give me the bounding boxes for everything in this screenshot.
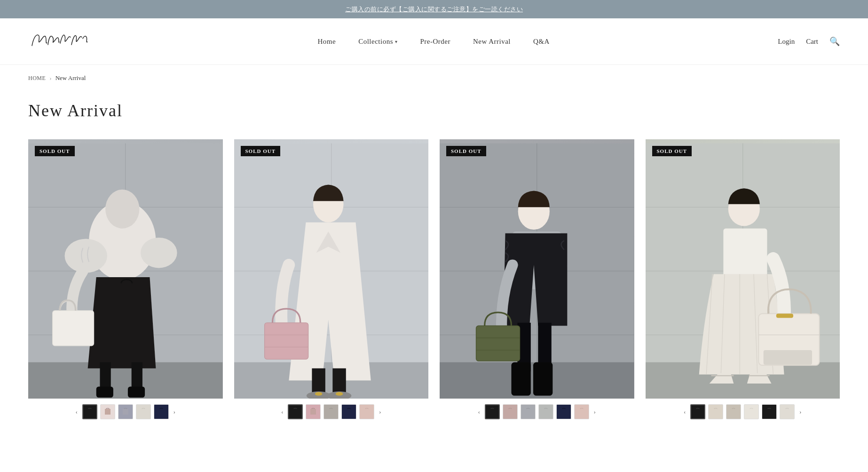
top-banner: ご購入の前に必ず【ご購入に関するご注意】をご一読ください — [0, 0, 868, 18]
product-figure-1 — [28, 139, 223, 399]
nav-preorder[interactable]: Pre-Order — [420, 38, 450, 46]
svg-rect-15 — [118, 283, 133, 300]
svg-rect-62 — [763, 350, 812, 365]
swatch-2-3[interactable] — [324, 404, 339, 419]
logo — [28, 27, 89, 56]
sold-out-badge-1: SOLD OUT — [35, 146, 75, 156]
nav-new-arrival[interactable]: New Arrival — [473, 38, 511, 46]
search-icon[interactable]: 🔍 — [829, 36, 840, 47]
svg-rect-43 — [533, 362, 552, 396]
svg-point-30 — [315, 392, 322, 396]
swatch-1-4[interactable] — [136, 404, 151, 419]
product-image-4[interactable]: SOLD OUT — [646, 139, 840, 399]
swatch-next-2[interactable]: › — [377, 408, 383, 416]
nav-collections[interactable]: Collections ▾ — [358, 38, 397, 46]
banner-link[interactable]: ご購入の前に必ず【ご購入に関するご注意】をご一読ください — [345, 6, 523, 13]
breadcrumb-separator: › — [49, 74, 51, 82]
swatch-prev-1[interactable]: ‹ — [74, 408, 79, 416]
breadcrumb-current: New Arrival — [55, 74, 86, 82]
svg-point-31 — [335, 392, 343, 396]
product-card-2: SOLD OUT ‹ › — [234, 139, 429, 421]
swatch-4-3[interactable] — [726, 404, 741, 419]
svg-rect-14 — [53, 311, 94, 346]
swatch-3-1[interactable] — [485, 404, 500, 419]
swatch-prev-3[interactable]: ‹ — [476, 408, 482, 416]
svg-point-8 — [141, 238, 177, 268]
breadcrumb: HOME › New Arrival — [0, 65, 868, 87]
page-title: New Arrival — [0, 87, 868, 139]
swatch-3-4[interactable] — [538, 404, 553, 419]
swatch-row-3: ‹ › — [440, 399, 634, 421]
product-grid: SOLD OUT ‹ › — [0, 139, 868, 449]
product-figure-4 — [646, 139, 840, 399]
svg-rect-12 — [96, 386, 113, 397]
svg-rect-53 — [723, 229, 767, 277]
svg-point-9 — [105, 190, 139, 229]
chevron-down-icon: ▾ — [395, 39, 398, 44]
product-image-3[interactable]: SOLD OUT — [440, 139, 634, 399]
swatch-next-3[interactable]: › — [592, 408, 598, 416]
cart-link[interactable]: Cart — [806, 38, 818, 46]
sold-out-badge-4: SOLD OUT — [652, 146, 692, 156]
nav-qa[interactable]: Q&A — [533, 38, 550, 46]
product-card-1: SOLD OUT ‹ › — [28, 139, 223, 421]
svg-rect-44 — [476, 326, 520, 361]
swatch-1-5[interactable] — [154, 404, 169, 419]
product-image-2[interactable]: SOLD OUT — [234, 139, 429, 399]
product-image-1[interactable]: SOLD OUT — [28, 139, 223, 399]
swatch-2-2[interactable] — [306, 404, 321, 419]
header: Home Collections ▾ Pre-Order New Arrival… — [0, 18, 868, 65]
nav-home[interactable]: Home — [317, 38, 336, 46]
swatch-2-1[interactable] — [288, 404, 303, 419]
swatch-prev-4[interactable]: ‹ — [682, 408, 687, 416]
svg-rect-23 — [264, 323, 308, 360]
login-link[interactable]: Login — [778, 38, 795, 46]
product-figure-2 — [234, 139, 429, 399]
product-card-4: SOLD OUT ‹ › — [646, 139, 840, 421]
swatch-3-2[interactable] — [503, 404, 518, 419]
swatch-3-5[interactable] — [556, 404, 571, 419]
header-right: Login Cart 🔍 — [778, 36, 840, 47]
product-card-3: SOLD OUT ‹ › — [440, 139, 634, 421]
swatch-next-4[interactable]: › — [797, 408, 803, 416]
swatch-row-4: ‹ › — [646, 399, 840, 421]
sold-out-badge-3: SOLD OUT — [446, 146, 486, 156]
swatch-prev-2[interactable]: ‹ — [279, 408, 285, 416]
svg-rect-42 — [511, 362, 530, 396]
swatch-1-2[interactable] — [100, 404, 115, 419]
swatch-4-1[interactable] — [690, 404, 705, 419]
swatch-4-5[interactable] — [762, 404, 777, 419]
breadcrumb-home[interactable]: HOME — [28, 75, 46, 82]
main-nav: Home Collections ▾ Pre-Order New Arrival… — [317, 38, 549, 46]
sold-out-badge-2: SOLD OUT — [241, 146, 281, 156]
swatch-4-2[interactable] — [708, 404, 723, 419]
swatch-4-6[interactable] — [780, 404, 795, 419]
swatch-1-1[interactable] — [82, 404, 97, 419]
svg-rect-63 — [776, 313, 793, 318]
svg-rect-13 — [128, 386, 145, 397]
swatch-4-4[interactable] — [744, 404, 759, 419]
swatch-2-5[interactable] — [359, 404, 374, 419]
swatch-3-3[interactable] — [521, 404, 536, 419]
swatch-row-1: ‹ › — [28, 399, 223, 421]
swatch-3-6[interactable] — [574, 404, 589, 419]
swatch-1-3[interactable] — [118, 404, 133, 419]
product-figure-3 — [440, 139, 634, 399]
logo-svg — [28, 27, 89, 53]
swatch-next-1[interactable]: › — [172, 408, 177, 416]
swatch-2-4[interactable] — [341, 404, 356, 419]
swatch-row-2: ‹ › — [234, 399, 429, 421]
